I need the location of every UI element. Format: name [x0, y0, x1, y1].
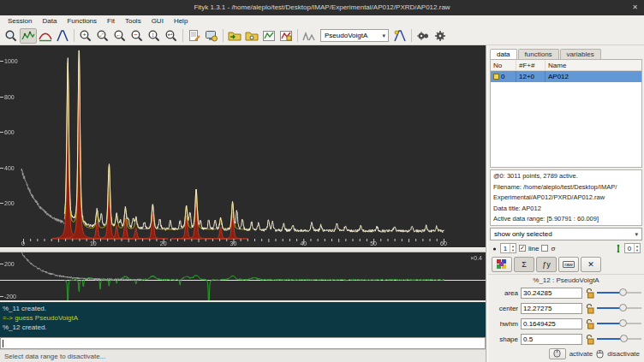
zoom-out-icon[interactable]: − — [128, 28, 146, 44]
tab-functions[interactable]: functions — [518, 49, 559, 59]
raw-output-button[interactable]: raw — [558, 257, 579, 272]
col-name[interactable]: Name — [546, 60, 641, 70]
mouse-icon — [553, 349, 561, 358]
dataset-checkbox[interactable] — [493, 74, 499, 80]
show-filter-select[interactable]: show only selected ▾ — [490, 228, 642, 240]
param-hwhm-input[interactable] — [521, 318, 582, 329]
menu-bar: Session Data Functions Fit Tools GUI Hel… — [0, 15, 644, 27]
chevron-down-icon: ▾ — [635, 231, 638, 238]
param-hwhm-slider[interactable] — [597, 318, 641, 329]
svg-text:↩: ↩ — [168, 32, 173, 38]
lock-open-icon[interactable] — [585, 288, 594, 299]
param-center-slider[interactable] — [597, 303, 641, 313]
main-area: %_11 created. =-> guess PseudoVoigtA %_1… — [0, 45, 644, 362]
param-center-input[interactable] — [521, 303, 582, 314]
toolbar-separator — [411, 29, 412, 42]
console-command-line: =-> guess PseudoVoigtA — [3, 313, 483, 323]
sidebar-buttons: Σ ƒy raw ✕ — [488, 255, 644, 274]
point-size-stepper[interactable]: 1▲▼ — [500, 243, 516, 253]
peak-type-select[interactable]: PseudoVoigtA ▾ — [320, 29, 389, 42]
point-size-icon — [492, 245, 498, 252]
add-peak-icon[interactable] — [391, 28, 408, 44]
peak-type-value: PseudoVoigtA — [325, 32, 367, 39]
dataset-name: AP012 — [546, 71, 641, 82]
zoom-in-icon[interactable]: + — [77, 28, 94, 44]
param-shape-slider[interactable] — [597, 334, 641, 344]
toolbar-separator — [182, 29, 183, 42]
zoom-mode-icon[interactable] — [3, 28, 20, 44]
close-panel-button[interactable]: ✕ — [581, 257, 601, 272]
dataset-list: No #F+# Name 0 12+0 AP012 — [490, 59, 642, 168]
line-checkbox[interactable]: ✓ — [519, 245, 526, 252]
zoom-left-icon[interactable]: ← — [111, 28, 128, 44]
auto-add-icon[interactable] — [301, 28, 318, 44]
data-range-mode-icon[interactable] — [20, 28, 37, 44]
mouse-hint-button[interactable] — [549, 348, 566, 359]
toolbar: + ⤢ ← − ↕ ↩ PseudoVoigtA ▾ — [0, 27, 644, 45]
col-no[interactable]: No — [491, 60, 516, 70]
menu-data[interactable]: Data — [37, 17, 62, 25]
info-line: Experimental/AP012/PXRD/AP012.raw — [493, 193, 639, 204]
info-line: @0: 3011 points, 2789 active. — [493, 171, 639, 182]
disactivate-hint: disactivate — [607, 350, 640, 358]
param-shape-input[interactable] — [521, 334, 582, 345]
param-area-input[interactable] — [521, 288, 582, 299]
command-input[interactable] — [0, 337, 486, 349]
menu-help[interactable]: Help — [169, 17, 193, 25]
shift-stepper[interactable]: 0▲▼ — [624, 243, 641, 253]
open-session-icon[interactable] — [243, 28, 260, 44]
tab-variables[interactable]: variables — [560, 49, 601, 59]
param-label: center — [491, 305, 518, 312]
title-bar: Fityk 1.3.1 - /home/aleplo/test/Desktop/… — [0, 0, 644, 15]
close-icon[interactable]: ✕ — [632, 0, 638, 15]
lock-open-icon[interactable] — [585, 334, 594, 345]
tab-data[interactable]: data — [490, 49, 517, 59]
fit-run-icon[interactable] — [414, 28, 432, 44]
info-line: Active data range: [5.90791 : 60.009] — [493, 214, 639, 225]
aux-plot[interactable] — [0, 252, 486, 300]
lock-open-icon[interactable] — [585, 318, 594, 329]
edit-script-icon[interactable] — [186, 28, 203, 44]
menu-tools[interactable]: Tools — [120, 17, 146, 25]
svg-text:−: − — [134, 31, 138, 39]
lock-open-icon[interactable] — [585, 303, 594, 314]
dataset-list-header: No #F+# Name — [491, 60, 641, 71]
fit-settings-icon[interactable] — [432, 28, 449, 44]
save-image-icon[interactable] — [260, 28, 277, 44]
line-checkbox-label: line — [528, 245, 539, 252]
console-line: %_12 created. — [3, 323, 483, 332]
save-session-icon[interactable] — [277, 28, 295, 44]
zoom-vertical-icon[interactable]: ↕ — [146, 28, 163, 44]
dataset-row[interactable]: 0 12+0 AP012 — [491, 71, 641, 82]
output-console: %_11 created. =-> guess PseudoVoigtA %_1… — [0, 302, 486, 337]
zoom-previous-icon[interactable]: ↩ — [163, 28, 180, 44]
param-row-area: area — [488, 285, 644, 300]
col-functions[interactable]: #F+# — [516, 60, 546, 70]
param-row-center: center — [488, 300, 644, 316]
plot-column: %_11 created. =-> guess PseudoVoigtA %_1… — [0, 45, 486, 362]
show-sum-button[interactable]: Σ — [514, 257, 534, 272]
plot-style-controls: 1▲▼ ✓ line σ 0▲▼ — [488, 241, 644, 255]
param-area-slider[interactable] — [597, 288, 641, 298]
gui-config-icon[interactable] — [203, 28, 220, 44]
param-label: area — [491, 289, 518, 297]
chevron-down-icon: ▾ — [382, 33, 385, 39]
menu-gui[interactable]: GUI — [146, 17, 169, 25]
main-plot[interactable] — [0, 45, 486, 247]
open-data-icon[interactable] — [226, 28, 243, 44]
color-palette-button[interactable] — [492, 257, 512, 272]
svg-text:←: ← — [116, 32, 122, 38]
menu-fit[interactable]: Fit — [102, 17, 120, 25]
text-caret — [3, 340, 3, 347]
mouse-icon — [596, 349, 604, 359]
toolbar-separator — [223, 29, 224, 42]
sigma-checkbox[interactable] — [541, 245, 548, 252]
activate-hint: activate — [569, 350, 593, 358]
show-functions-button[interactable]: ƒy — [536, 257, 557, 272]
sidebar-tabs: data functions variables — [488, 45, 644, 59]
add-peak-mode-icon[interactable] — [54, 28, 71, 44]
background-mode-icon[interactable] — [37, 28, 54, 44]
menu-session[interactable]: Session — [3, 17, 37, 25]
menu-functions[interactable]: Functions — [62, 17, 102, 25]
zoom-all-icon[interactable]: ⤢ — [94, 28, 111, 44]
